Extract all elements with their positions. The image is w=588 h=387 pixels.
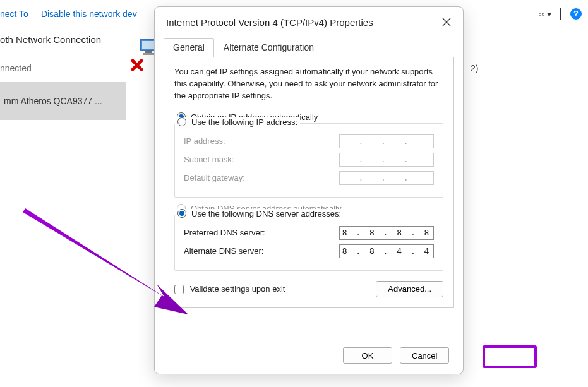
validate-settings-row[interactable]: Validate settings upon exit: [174, 284, 285, 294]
subnet-mask-input: . . .: [339, 153, 434, 167]
error-x-icon: [130, 58, 144, 72]
radio-use-ip-manual-label: Use the following IP address:: [191, 117, 297, 127]
svg-rect-3: [143, 53, 154, 55]
dialog-title: Internet Protocol Version 4 (TCP/IPv4) P…: [166, 17, 373, 28]
preferred-dns-input[interactable]: 8 . 8 . 8 . 8: [339, 226, 434, 240]
default-gateway-input: . . .: [339, 171, 434, 185]
ok-button[interactable]: OK: [343, 347, 392, 364]
preview-pane-icon[interactable]: [560, 9, 561, 19]
radio-use-ip-manual[interactable]: [177, 117, 186, 126]
validate-settings-checkbox[interactable]: [174, 285, 184, 294]
validate-settings-label: Validate settings upon exit: [190, 284, 285, 294]
tab-panel-general: You can get IP settings assigned automat…: [164, 57, 454, 308]
ip-manual-group: Use the following IP address: IP address…: [174, 123, 443, 198]
tab-strip: General Alternate Configuration: [164, 37, 454, 57]
svg-rect-1: [142, 41, 155, 49]
tab-alternate-configuration[interactable]: Alternate Configuration: [214, 38, 323, 57]
network-connection-name: oth Network Connection: [0, 34, 101, 45]
toolbar-disable-device[interactable]: Disable this network dev: [41, 9, 137, 19]
view-options-icon[interactable]: ▫▫ ▾: [538, 9, 551, 19]
subnet-mask-label: Subnet mask:: [184, 155, 234, 164]
ipv4-properties-dialog: Internet Protocol Version 4 (TCP/IPv4) P…: [154, 6, 464, 374]
network-status: nnected: [0, 63, 32, 73]
intro-text: You can get IP settings assigned automat…: [174, 66, 443, 102]
tab-general[interactable]: General: [164, 38, 214, 57]
advanced-button[interactable]: Advanced...: [376, 281, 443, 297]
radio-use-dns-manual-label: Use the following DNS server addresses:: [191, 209, 341, 218]
radio-use-dns-manual[interactable]: [177, 209, 186, 218]
adapter-list-item[interactable]: mm Atheros QCA9377 ...: [0, 82, 126, 120]
device-count-label: 2): [471, 63, 478, 73]
alternate-dns-label: Alternate DNS server:: [184, 246, 263, 256]
default-gateway-label: Default gateway:: [184, 173, 245, 182]
preferred-dns-label: Preferred DNS server:: [184, 228, 265, 237]
svg-rect-2: [145, 51, 152, 53]
close-icon[interactable]: [441, 17, 452, 27]
alternate-dns-input[interactable]: 8 . 8 . 4 . 4: [339, 244, 434, 258]
toolbar-connect-to[interactable]: nect To: [0, 9, 28, 19]
annotation-highlight-ok: [483, 345, 537, 368]
cancel-button[interactable]: Cancel: [400, 347, 449, 364]
help-icon[interactable]: ?: [570, 8, 582, 20]
ip-address-label: IP address:: [184, 136, 225, 146]
dns-manual-group: Use the following DNS server addresses: …: [174, 215, 443, 271]
ip-address-input: . . .: [339, 134, 434, 148]
adapter-name-label: mm Atheros QCA9377 ...: [4, 96, 102, 106]
